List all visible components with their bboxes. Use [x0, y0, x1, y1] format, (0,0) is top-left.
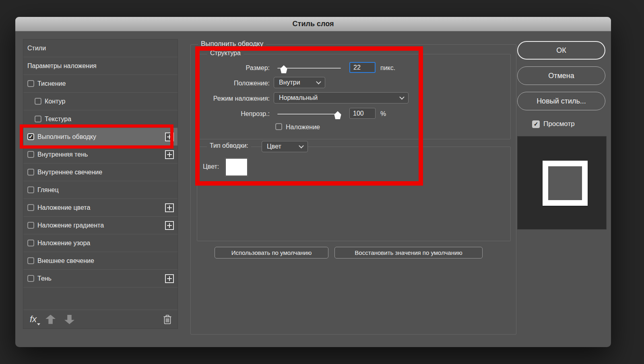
- sidebar-item-styles[interactable]: Стили: [23, 39, 178, 57]
- new-style-button[interactable]: Новый стиль...: [517, 92, 605, 110]
- add-effect-button-inner-shadow[interactable]: [165, 150, 174, 159]
- move-effect-down-button[interactable]: [64, 315, 74, 324]
- opacity-input[interactable]: [349, 108, 376, 119]
- position-label: Положение:: [197, 80, 270, 87]
- chevron-down-icon: [399, 95, 405, 100]
- sidebar-item-drop-shadow[interactable]: Тень: [23, 270, 178, 287]
- preview-label: Просмотр: [543, 120, 575, 128]
- sidebar-item-texture[interactable]: Текстура: [23, 110, 178, 128]
- preview-stroke-sample: [543, 161, 588, 206]
- size-input[interactable]: [349, 62, 376, 73]
- layer-style-dialog: Стиль слоя СтилиПараметры наложенияТисне…: [15, 17, 611, 347]
- dialog-titlebar[interactable]: Стиль слоя: [15, 17, 611, 31]
- reset-default-button[interactable]: Восстановить значения по умолчанию: [334, 247, 483, 259]
- make-default-button[interactable]: Использовать по умолчанию: [215, 247, 328, 259]
- style-preview-thumbnail: [517, 136, 607, 230]
- delete-effect-button[interactable]: [163, 314, 172, 326]
- sidebar-item-gradient-overlay[interactable]: Наложение градиента: [23, 217, 178, 234]
- sidebar-item-label: Выполнить обводку: [37, 133, 96, 141]
- ok-button[interactable]: ОК: [517, 41, 605, 60]
- overprint-label: Наложение: [286, 124, 320, 131]
- sidebar-item-label: Тень: [37, 275, 52, 282]
- sidebar-item-stroke[interactable]: ✓Выполнить обводку: [23, 128, 178, 146]
- size-slider-thumb[interactable]: [280, 65, 288, 73]
- sidebar-item-label: Контур: [45, 98, 65, 105]
- overprint-checkbox[interactable]: [275, 123, 282, 130]
- sidebar-list: СтилиПараметры наложенияТиснениеКонтурТе…: [23, 39, 178, 287]
- checkbox-contour[interactable]: [35, 98, 41, 105]
- new-style-label: Новый стиль...: [537, 97, 586, 105]
- preview-square-fill: [548, 166, 582, 200]
- chevron-down-icon: [299, 143, 304, 149]
- checkbox-satin[interactable]: [27, 186, 34, 193]
- sidebar-item-bevel-emboss[interactable]: Тиснение: [23, 75, 178, 93]
- fill-type-dropdown[interactable]: Цвет: [262, 141, 308, 152]
- fx-menu-button[interactable]: fx: [30, 314, 37, 325]
- fill-type-value: Цвет: [267, 143, 281, 150]
- add-effect-button-drop-shadow[interactable]: [165, 274, 174, 283]
- sidebar-item-blending-options[interactable]: Параметры наложения: [23, 57, 178, 75]
- sidebar-toolbar: fx: [23, 310, 178, 329]
- checkbox-texture[interactable]: [35, 116, 41, 122]
- blend-mode-dropdown[interactable]: Нормальный: [274, 92, 409, 103]
- cancel-button[interactable]: Отмена: [517, 66, 605, 85]
- checkbox-pattern-overlay[interactable]: [27, 240, 34, 246]
- size-unit: пикс.: [380, 64, 395, 72]
- sidebar-item-label: Тиснение: [37, 80, 66, 87]
- add-effect-button-stroke[interactable]: [165, 132, 174, 141]
- cancel-label: Отмена: [548, 72, 574, 80]
- sidebar-item-label: Глянец: [37, 186, 59, 194]
- make-default-label: Использовать по умолчанию: [231, 249, 312, 256]
- effects-sidebar: СтилиПараметры наложенияТиснениеКонтурТе…: [23, 39, 178, 329]
- dialog-title: Стиль слоя: [293, 20, 334, 28]
- checkbox-color-overlay[interactable]: [27, 204, 34, 211]
- checkbox-drop-shadow[interactable]: [27, 275, 34, 282]
- stroke-settings-panel: Выполнить обводку Структура Размер: пикс…: [190, 44, 516, 335]
- ok-label: ОК: [556, 46, 566, 55]
- checkbox-outer-glow[interactable]: [27, 257, 34, 264]
- add-effect-button-color-overlay[interactable]: [165, 203, 174, 212]
- fill-type-group: Тип обводки: Цвет Цвет:: [197, 147, 511, 241]
- sidebar-item-inner-shadow[interactable]: Внутренняя тень: [23, 146, 178, 163]
- stroke-color-swatch[interactable]: [225, 158, 248, 176]
- reset-default-label: Восстановить значения по умолчанию: [355, 249, 462, 256]
- chevron-down-icon: [316, 79, 321, 85]
- trash-icon: [163, 314, 172, 325]
- desktop-background: Стиль слоя СтилиПараметры наложенияТисне…: [0, 0, 644, 364]
- position-value: Внутри: [279, 79, 300, 86]
- checkbox-inner-shadow[interactable]: [27, 151, 34, 158]
- sidebar-item-label: Наложение градиента: [37, 222, 104, 229]
- fx-caret-icon: [37, 323, 40, 325]
- structure-legend: Структура: [207, 50, 244, 57]
- preview-checkbox[interactable]: ✓: [532, 120, 540, 128]
- add-effect-button-gradient-overlay[interactable]: [165, 221, 174, 230]
- sidebar-item-pattern-overlay[interactable]: Наложение узора: [23, 234, 178, 252]
- color-label: Цвет:: [203, 163, 219, 170]
- checkbox-inner-glow[interactable]: [27, 169, 34, 176]
- fill-type-label: Тип обводки:: [207, 142, 251, 149]
- sidebar-item-color-overlay[interactable]: Наложение цвета: [23, 199, 178, 217]
- size-label: Размер:: [197, 64, 270, 72]
- sidebar-item-label: Наложение узора: [37, 240, 90, 247]
- sidebar-item-label: Внутреннее свечение: [37, 169, 102, 176]
- move-effect-up-button[interactable]: [45, 315, 56, 324]
- sidebar-item-contour[interactable]: Контур: [23, 93, 178, 110]
- sidebar-item-inner-glow[interactable]: Внутреннее свечение: [23, 163, 178, 181]
- opacity-slider-track[interactable]: [277, 114, 341, 115]
- sidebar-item-label: Внешнее свечение: [37, 257, 94, 265]
- blend-mode-label: Режим наложения:: [197, 95, 270, 102]
- checkbox-bevel-emboss[interactable]: [27, 80, 34, 87]
- checkbox-stroke[interactable]: ✓: [27, 133, 34, 140]
- panel-legend: Выполнить обводку: [198, 40, 266, 48]
- sidebar-item-outer-glow[interactable]: Внешнее свечение: [23, 252, 178, 270]
- opacity-label: Непрозр.:: [197, 110, 270, 118]
- position-dropdown[interactable]: Внутри: [274, 77, 325, 88]
- opacity-slider-thumb[interactable]: [334, 111, 342, 119]
- sidebar-item-label: Текстура: [45, 116, 71, 123]
- preview-toggle: ✓ Просмотр: [532, 120, 575, 128]
- sidebar-item-label: Внутренняя тень: [37, 151, 88, 158]
- blend-mode-value: Нормальный: [279, 94, 318, 101]
- checkbox-gradient-overlay[interactable]: [27, 222, 34, 229]
- opacity-unit: %: [380, 110, 386, 118]
- sidebar-item-satin[interactable]: Глянец: [23, 181, 178, 199]
